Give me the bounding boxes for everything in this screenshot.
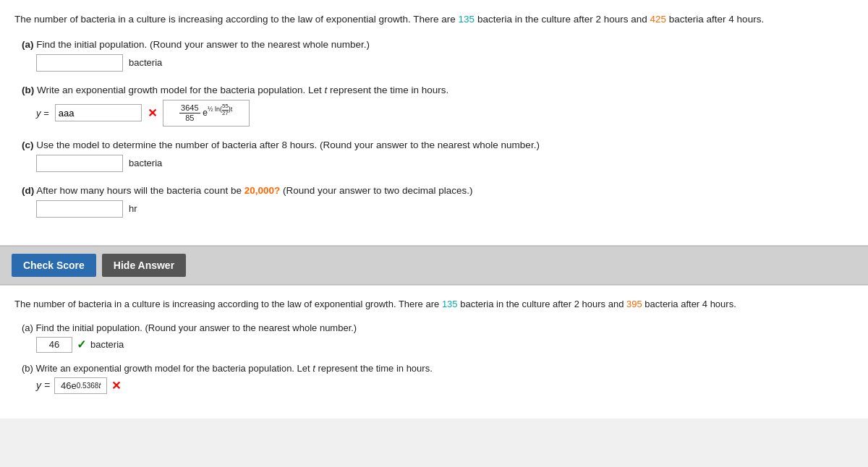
num1-highlight: 135 (459, 14, 475, 25)
part-a-unit: bacteria (129, 57, 162, 68)
part-b-input[interactable] (55, 104, 142, 121)
part-b-label: (b) Write an exponential growth model fo… (22, 85, 854, 95)
part-c-input-row: bacteria (22, 155, 854, 172)
y-equals-label: y = (36, 108, 49, 119)
part-a-input[interactable] (36, 54, 123, 72)
toolbar: Check Score Hide Answer (0, 246, 868, 285)
num2-highlight: 425 (650, 14, 667, 25)
part-d: (d) After how many hours will the bacter… (14, 185, 854, 218)
part-d-input[interactable] (36, 200, 123, 218)
part-d-letter: (d) (22, 185, 34, 196)
part-c: (c) Use the model to determine the numbe… (14, 140, 854, 172)
answer-part-a-letter: (a) (22, 322, 33, 333)
answer-part-a: (a) Find the initial population. (Round … (14, 322, 854, 353)
hide-answer-button[interactable]: Hide Answer (102, 254, 186, 277)
part-d-label: (d) After how many hours will the bacter… (22, 185, 854, 196)
answer-text-after: bacteria after 4 hours. (642, 299, 736, 309)
check-score-button[interactable]: Check Score (12, 254, 96, 277)
part-b-clear-icon[interactable]: ✕ (148, 106, 157, 120)
answer-formula-exponent: 0.5368t (77, 382, 101, 390)
answer-part-a-check: ✓ (77, 338, 86, 351)
top-problem-section: The number of bacteria in a culture is i… (0, 0, 868, 246)
answer-section: The number of bacteria in a culture is i… (0, 285, 868, 419)
part-b-formula-box: 3645 85 e½ ln(5527)t (163, 100, 250, 127)
part-a-label: (a) Find the initial population. (Round … (22, 39, 854, 50)
answer-part-a-box: 46 (36, 337, 72, 353)
answer-text-mid: bacteria in the culture after 2 hours an… (458, 299, 626, 309)
problem-text-mid: bacteria in the culture after 2 hours an… (475, 14, 650, 25)
answer-num2: 395 (626, 299, 642, 309)
part-b: (b) Write an exponential growth model fo… (14, 85, 854, 127)
answer-part-b-clear-icon[interactable]: ✕ (111, 379, 121, 393)
answer-formula-box: 46e0.5368t (54, 377, 107, 394)
part-c-unit: bacteria (129, 158, 162, 168)
answer-part-b-input-row: y = 46e0.5368t ✕ (22, 377, 854, 394)
part-d-input-row: hr (22, 200, 854, 218)
answer-part-b: (b) Write an exponential growth model fo… (14, 363, 854, 394)
answer-formula-base: 46e (61, 380, 77, 391)
problem-text-after: bacteria after 4 hours. (666, 14, 764, 25)
answer-part-b-letter: (b) (22, 363, 33, 374)
answer-part-b-label: (b) Write an exponential growth model fo… (22, 363, 854, 374)
part-d-count-highlight: 20,000? (244, 185, 281, 196)
part-c-letter: (c) (22, 140, 34, 150)
answer-num1: 135 (442, 299, 458, 309)
part-a: (a) Find the initial population. (Round … (14, 39, 854, 72)
answer-part-a-unit: bacteria (90, 339, 124, 350)
part-c-input[interactable] (36, 155, 123, 172)
part-b-input-row: y = ✕ 3645 85 e½ ln(5527)t (22, 100, 854, 127)
part-c-label: (c) Use the model to determine the numbe… (22, 140, 854, 150)
answer-text-before: The number of bacteria in a culture is i… (14, 299, 442, 309)
problem-text-before: The number of bacteria in a culture is i… (14, 14, 459, 25)
answer-y-equals: y = (36, 380, 50, 391)
part-a-input-row: bacteria (22, 54, 854, 72)
answer-problem-statement: The number of bacteria in a culture is i… (14, 297, 854, 312)
answer-part-a-input-row: 46 ✓ bacteria (22, 337, 854, 353)
problem-statement: The number of bacteria in a culture is i… (14, 12, 854, 27)
answer-part-a-label: (a) Find the initial population. (Round … (22, 322, 854, 333)
part-d-unit: hr (129, 203, 137, 214)
part-a-letter: (a) (22, 39, 34, 50)
part-b-letter: (b) (22, 85, 34, 95)
